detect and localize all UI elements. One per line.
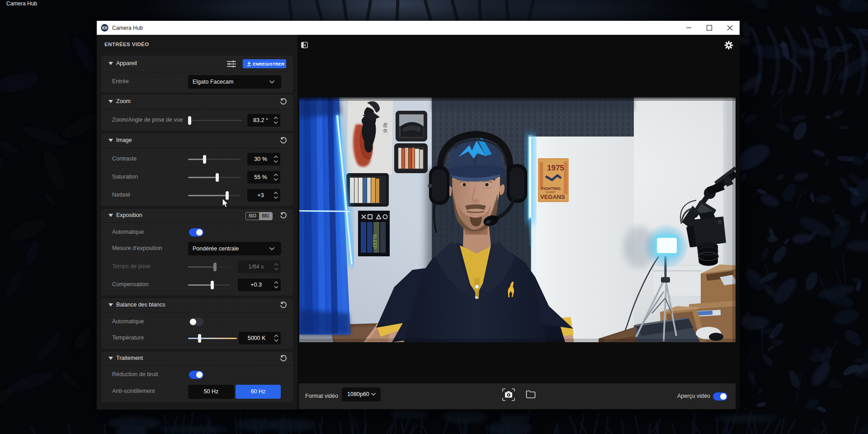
svg-text:星: 星 xyxy=(383,123,388,128)
svg-text:1975: 1975 xyxy=(547,164,564,172)
svg-text:VEGANS: VEGANS xyxy=(540,193,565,200)
svg-text:矢: 矢 xyxy=(383,128,388,133)
svg-text:SLEEP: SLEEP xyxy=(372,234,377,249)
svg-text:FIGHTING: FIGHTING xyxy=(541,186,561,191)
